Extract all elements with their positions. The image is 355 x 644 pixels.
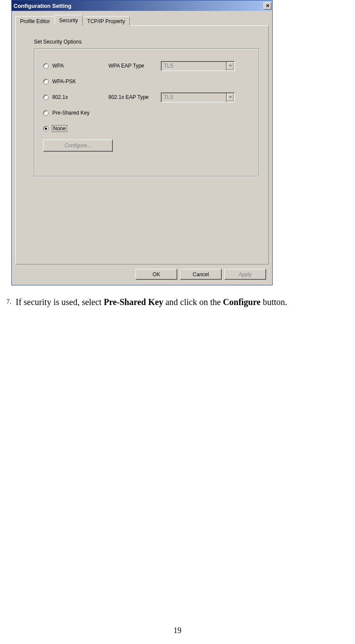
tab-security[interactable]: Security bbox=[54, 15, 83, 26]
step-text-2: and click on the bbox=[163, 297, 223, 307]
row-none: None bbox=[43, 124, 250, 133]
titlebar: Configuration Setting ✕ bbox=[12, 0, 272, 11]
client-area: Profile Editor Security TCP/IP Property … bbox=[12, 11, 272, 285]
configure-button: Configure... bbox=[43, 139, 113, 152]
row-wpa: WPA WPA EAP Type TLS bbox=[43, 61, 250, 71]
tab-profile-editor[interactable]: Profile Editor bbox=[15, 16, 55, 26]
row-8021x: 802.1x 802.1x EAP Type TLS bbox=[43, 92, 250, 102]
radio-none-wrap[interactable]: None bbox=[43, 125, 108, 132]
radio-wpa-psk-label: WPA-PSK bbox=[52, 78, 76, 85]
ok-button[interactable]: OK bbox=[135, 269, 177, 280]
security-panel: Set Security Options WPA WPA EAP Type TL… bbox=[15, 25, 269, 264]
wpa-eap-dropdown-button bbox=[226, 61, 235, 71]
step-bold-psk: Pre-Shared Key bbox=[104, 297, 163, 307]
security-options-group: WPA WPA EAP Type TLS WP bbox=[34, 48, 260, 177]
radio-wpa-psk[interactable] bbox=[43, 79, 49, 85]
instruction-step-7: 7.If security is used, select Pre-Shared… bbox=[0, 296, 355, 308]
radio-psk[interactable] bbox=[43, 110, 49, 116]
config-dialog: Configuration Setting ✕ Profile Editor S… bbox=[11, 0, 273, 285]
radio-none[interactable] bbox=[43, 126, 49, 132]
step-number: 7. bbox=[0, 296, 11, 306]
row-psk: Pre-Shared Key bbox=[43, 108, 250, 118]
groupbox-label: Set Security Options bbox=[34, 39, 260, 45]
close-button[interactable]: ✕ bbox=[264, 2, 271, 10]
wpa-eap-combo: TLS bbox=[161, 61, 235, 71]
wpa-eap-label: WPA EAP Type bbox=[108, 63, 161, 69]
radio-8021x[interactable] bbox=[43, 95, 49, 100]
step-text-3: button. bbox=[260, 297, 287, 307]
cancel-button[interactable]: Cancel bbox=[180, 269, 222, 280]
tab-tcpip-property[interactable]: TCP/IP Property bbox=[82, 16, 130, 26]
radio-psk-wrap[interactable]: Pre-Shared Key bbox=[43, 110, 108, 116]
chevron-down-icon bbox=[229, 65, 232, 67]
radio-wpa-label: WPA bbox=[52, 63, 64, 69]
radio-8021x-label: 802.1x bbox=[52, 94, 68, 100]
apply-button: Apply bbox=[224, 269, 266, 280]
radio-wpa[interactable] bbox=[43, 63, 49, 69]
8021x-eap-label: 802.1x EAP Type bbox=[108, 94, 161, 100]
step-bold-configure: Configure bbox=[223, 297, 260, 307]
radio-psk-label: Pre-Shared Key bbox=[52, 110, 89, 116]
radio-wpa-psk-wrap[interactable]: WPA-PSK bbox=[43, 78, 108, 85]
close-icon: ✕ bbox=[266, 3, 270, 8]
8021x-eap-value: TLS bbox=[161, 92, 226, 102]
radio-none-label: None bbox=[52, 125, 67, 132]
8021x-eap-dropdown-button bbox=[226, 92, 235, 102]
tab-strip: Profile Editor Security TCP/IP Property bbox=[15, 14, 269, 25]
dialog-title: Configuration Setting bbox=[14, 3, 71, 9]
radio-wpa-wrap[interactable]: WPA bbox=[43, 63, 108, 69]
chevron-down-icon bbox=[229, 96, 232, 98]
8021x-eap-combo: TLS bbox=[161, 92, 235, 102]
step-text-1: If security is used, select bbox=[16, 297, 104, 307]
wpa-eap-value: TLS bbox=[161, 61, 226, 71]
dialog-button-row: OK Cancel Apply bbox=[15, 264, 269, 281]
row-wpa-psk: WPA-PSK bbox=[43, 77, 250, 86]
page-number: 19 bbox=[0, 626, 355, 635]
radio-8021x-wrap[interactable]: 802.1x bbox=[43, 94, 108, 100]
